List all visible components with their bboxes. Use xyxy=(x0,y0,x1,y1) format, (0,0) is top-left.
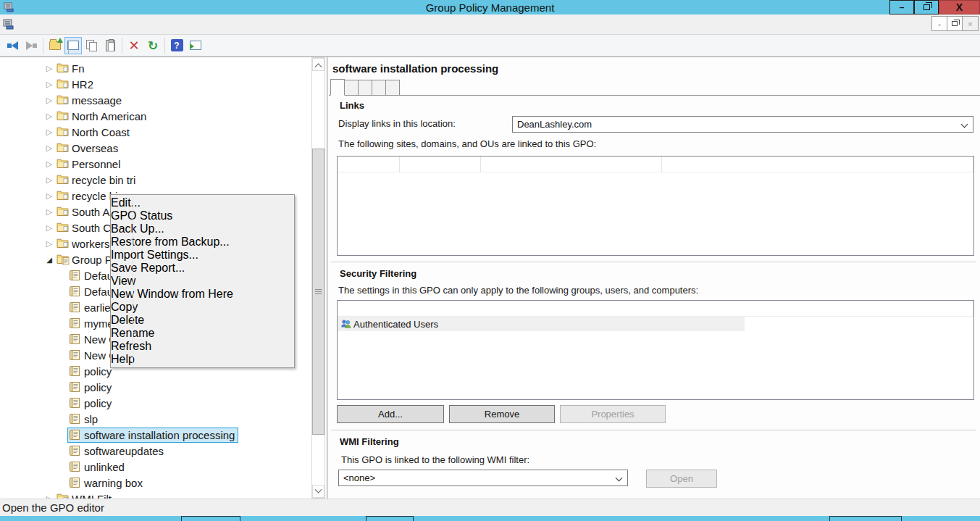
tree-item-label: policy xyxy=(84,381,112,393)
tree-item[interactable]: softwareupdates xyxy=(0,443,311,459)
tree-expand-arrow-icon[interactable] xyxy=(43,207,55,217)
context-menu-item[interactable]: Delete xyxy=(111,314,294,327)
open-button[interactable]: Open xyxy=(646,470,717,488)
maximize-button[interactable] xyxy=(914,0,939,14)
properties-button[interactable]: Properties xyxy=(560,405,666,423)
context-menu-item[interactable]: Import Settings... xyxy=(111,249,294,262)
tree-expand-arrow-icon[interactable] xyxy=(43,223,55,233)
context-menu-item[interactable]: Restore from Backup... xyxy=(111,236,294,249)
show-console-tree-button[interactable] xyxy=(64,37,82,54)
export-list-button[interactable] xyxy=(186,37,205,54)
taskbar-segment xyxy=(829,516,902,521)
refresh-button[interactable]: ↻ xyxy=(143,37,162,54)
context-menu-item[interactable]: Back Up... xyxy=(111,222,294,236)
tree-item[interactable]: messaage xyxy=(0,92,311,108)
menu-item[interactable] xyxy=(19,14,33,34)
chevron-down-icon xyxy=(961,121,968,128)
tree-item[interactable]: recycle bin tri xyxy=(0,172,311,188)
context-menu-item-label: Save Report... xyxy=(111,262,185,274)
tree-item[interactable]: policy xyxy=(0,395,311,411)
tree-expand-arrow-icon[interactable] xyxy=(43,175,55,185)
mdi-close-button[interactable]: × xyxy=(963,17,978,30)
tree-expand-arrow-icon[interactable] xyxy=(43,96,55,105)
tree-item-label: North Coast xyxy=(72,126,130,138)
location-dropdown[interactable]: DeanLashley.com xyxy=(512,116,973,133)
tree-item[interactable]: HR2 xyxy=(0,76,311,92)
tab[interactable] xyxy=(330,79,345,96)
tree-expand-arrow-icon[interactable] xyxy=(43,80,55,89)
context-menu-item-label: Import Settings... xyxy=(111,249,198,261)
context-menu-item[interactable]: Help xyxy=(111,353,294,366)
tab[interactable] xyxy=(358,80,372,95)
tree-item[interactable]: software installation processing xyxy=(0,427,311,443)
mdi-restore-button[interactable] xyxy=(947,17,963,30)
close-button[interactable]: X xyxy=(939,0,980,14)
context-menu-item[interactable]: Copy xyxy=(111,301,294,314)
tree-item[interactable]: unlinked xyxy=(0,459,311,475)
scope-tab-content: Links Display links in this location: De… xyxy=(328,96,980,499)
column-header[interactable] xyxy=(967,157,973,172)
tab[interactable] xyxy=(385,80,400,95)
column-header[interactable] xyxy=(481,157,662,172)
mdi-minimize-button[interactable]: - xyxy=(932,17,947,30)
context-menu-item[interactable]: New Window from Here xyxy=(111,288,294,301)
tree-item[interactable]: Overseas xyxy=(0,140,311,156)
security-filtering-table[interactable]: Authenticated Users xyxy=(337,300,974,400)
context-menu-item[interactable]: Refresh xyxy=(111,340,294,353)
wmi-filter-dropdown[interactable]: <none> xyxy=(338,470,628,486)
column-header[interactable] xyxy=(400,157,481,172)
context-menu-item[interactable]: Rename xyxy=(111,327,294,340)
tree-item-icon xyxy=(56,174,69,186)
context-menu-item[interactable]: Edit... xyxy=(111,196,294,209)
copy-button[interactable] xyxy=(82,37,101,54)
tree-item[interactable]: slp xyxy=(0,411,311,427)
help-button[interactable]: ? xyxy=(167,37,186,54)
tab[interactable] xyxy=(372,80,386,95)
menu-item[interactable] xyxy=(62,14,77,34)
tree-item[interactable]: North American xyxy=(0,108,311,124)
tree-item[interactable]: Personnel xyxy=(0,156,311,172)
chevron-up-icon xyxy=(315,63,322,70)
context-menu-item[interactable]: GPO Status xyxy=(111,209,294,222)
add-button[interactable]: Add... xyxy=(337,405,444,423)
tabstrip xyxy=(329,79,980,96)
tree-expand-arrow-icon[interactable] xyxy=(43,128,55,137)
scrollbar-down-button[interactable] xyxy=(312,485,324,498)
minimize-button[interactable]: – xyxy=(889,0,914,14)
tree-expand-arrow-icon[interactable] xyxy=(43,191,55,201)
tree-expand-arrow-icon[interactable] xyxy=(43,159,55,169)
tree-item[interactable]: policy xyxy=(0,379,311,395)
tree-expand-arrow-icon[interactable] xyxy=(43,64,55,73)
scrollbar-thumb[interactable] xyxy=(312,149,324,435)
tree-scrollbar[interactable] xyxy=(311,57,325,499)
menu-item[interactable] xyxy=(33,14,48,34)
back-button[interactable] xyxy=(3,37,22,54)
menu-item[interactable] xyxy=(48,14,62,34)
column-header[interactable] xyxy=(967,301,973,317)
menu-item[interactable] xyxy=(77,14,91,34)
context-menu-item-label: Refresh xyxy=(111,340,151,352)
context-menu-item[interactable]: View xyxy=(111,275,294,288)
column-header[interactable] xyxy=(338,301,967,317)
tree-item[interactable]: warning box xyxy=(0,475,311,491)
forward-button[interactable] xyxy=(22,37,41,54)
tree-expand-arrow-icon[interactable] xyxy=(43,143,55,153)
column-header[interactable] xyxy=(338,157,400,172)
remove-button[interactable]: Remove xyxy=(449,405,555,423)
tab[interactable] xyxy=(344,80,359,95)
tree-expand-arrow-icon[interactable] xyxy=(43,239,55,249)
tree-expand-arrow-icon[interactable] xyxy=(43,494,55,499)
security-principal-row[interactable]: Authenticated Users xyxy=(338,317,745,331)
tree-item[interactable]: North Coast xyxy=(0,124,311,140)
paste-button[interactable] xyxy=(101,37,120,54)
column-header[interactable] xyxy=(662,157,967,172)
delete-button[interactable]: ✕ xyxy=(125,37,143,54)
tree-item[interactable]: Fn xyxy=(0,60,311,76)
context-menu-item[interactable]: Save Report... xyxy=(111,262,294,275)
links-table[interactable] xyxy=(337,156,974,256)
tree-expand-arrow-icon[interactable] xyxy=(43,112,55,121)
tree-expand-arrow-icon[interactable] xyxy=(43,255,55,264)
scrollbar-up-button[interactable] xyxy=(312,58,324,71)
up-one-level-button[interactable] xyxy=(46,37,64,54)
tree-item[interactable]: WMI Filt xyxy=(0,491,311,499)
